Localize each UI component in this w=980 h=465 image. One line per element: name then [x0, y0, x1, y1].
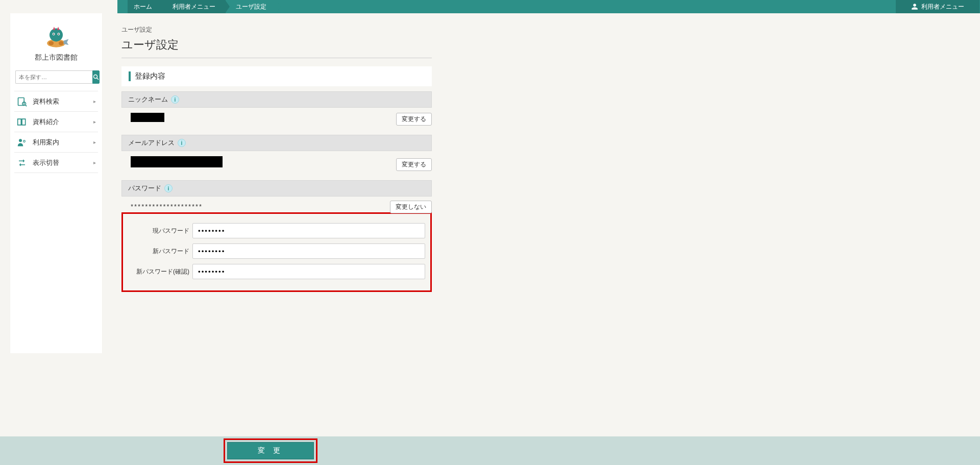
password-masked: ********************: [131, 203, 203, 210]
topbar: ホーム 利用者メニュー ユーザ設定 利用者メニュー: [0, 0, 980, 13]
chevron-right-icon: ▸: [93, 160, 96, 165]
confirm-password-row: 新パスワード(確認): [128, 264, 425, 279]
panel: 登録内容 ニックネーム i 変更する メールアドレス i: [121, 66, 432, 292]
section-password: パスワード i ******************** 変更しない 現パスワー…: [121, 180, 432, 292]
chevron-right-icon: ▸: [93, 119, 96, 125]
sidebar-item-label: 資料紹介: [33, 117, 59, 127]
svg-point-1: [48, 41, 54, 45]
layout: 郡上市図書館 資料検索 ▸ 資料紹介 ▸ 利用案内 ▸: [0, 13, 980, 353]
section-nickname-body: 変更する: [121, 108, 432, 130]
sidebar-item-display[interactable]: 表示切替 ▸: [14, 153, 98, 173]
sidebar: 郡上市図書館 資料検索 ▸ 資料紹介 ▸ 利用案内 ▸: [10, 13, 102, 353]
svg-point-2: [59, 41, 64, 45]
section-email: メールアドレス i 変更する: [121, 135, 432, 175]
email-change-button[interactable]: 変更する: [396, 158, 432, 171]
panel-head: 登録内容: [121, 66, 432, 86]
user-icon: [911, 3, 918, 10]
svg-point-3: [50, 28, 63, 41]
section-email-head: メールアドレス i: [121, 135, 432, 151]
sidebar-item-intro[interactable]: 資料紹介 ▸: [14, 112, 98, 132]
info-icon[interactable]: i: [178, 139, 186, 147]
search-icon: [93, 74, 99, 80]
page-title: ユーザ設定: [121, 37, 432, 58]
crumb-home[interactable]: ホーム: [128, 0, 162, 13]
topbar-user-menu[interactable]: 利用者メニュー: [895, 0, 980, 13]
svg-line-9: [97, 78, 99, 80]
mini-breadcrumb: ユーザ設定: [121, 26, 974, 34]
section-email-title: メールアドレス: [128, 138, 175, 148]
crumb-user-menu[interactable]: 利用者メニュー: [162, 0, 226, 13]
sidebar-item-search[interactable]: 資料検索 ▸: [14, 91, 98, 112]
svg-point-6: [53, 34, 54, 35]
section-password-title: パスワード: [128, 184, 161, 193]
breadcrumb: ホーム 利用者メニュー ユーザ設定: [117, 0, 895, 13]
sidebar-item-guide[interactable]: 利用案内 ▸: [14, 132, 98, 153]
crumb-home-label: ホーム: [134, 3, 152, 10]
current-password-input[interactable]: [192, 223, 425, 238]
section-email-body: 変更する: [121, 151, 432, 175]
password-masked-row: ******************** 変更しない: [121, 197, 432, 212]
confirm-password-input[interactable]: [192, 264, 425, 279]
svg-rect-10: [18, 97, 24, 105]
section-password-head: パスワード i: [121, 180, 432, 197]
crumb-user-settings[interactable]: ユーザ設定: [226, 0, 277, 13]
person-icon: [16, 137, 28, 148]
new-password-row: 新パスワード: [128, 243, 425, 259]
section-nickname: ニックネーム i 変更する: [121, 91, 432, 130]
info-icon[interactable]: i: [164, 184, 173, 192]
chevron-right-icon: ▸: [93, 99, 96, 104]
swap-icon: [16, 157, 28, 168]
svg-point-8: [94, 75, 97, 79]
section-nickname-head: ニックネーム i: [121, 91, 432, 108]
logo-wrap: [10, 13, 102, 53]
sidebar-item-label: 表示切替: [33, 158, 59, 167]
crumb-user-menu-label: 利用者メニュー: [173, 3, 215, 10]
svg-point-7: [58, 34, 59, 35]
main: ユーザ設定 ユーザ設定 登録内容 ニックネーム i 変更する メールア: [102, 13, 980, 353]
search-button[interactable]: [92, 70, 100, 84]
nickname-change-button[interactable]: 変更する: [396, 113, 432, 126]
search-input[interactable]: [15, 70, 92, 84]
chevron-right-icon: ▸: [93, 139, 96, 145]
document-search-icon: [16, 96, 28, 107]
current-password-label: 現パスワード: [128, 227, 192, 235]
site-title: 郡上市図書館: [10, 53, 102, 62]
svg-point-13: [19, 139, 22, 142]
side-nav: 資料検索 ▸ 資料紹介 ▸ 利用案内 ▸ 表示切替 ▸: [14, 91, 98, 173]
nickname-value-redacted: [131, 113, 164, 122]
logo-icon: [42, 22, 70, 49]
panel-title: 登録内容: [129, 71, 425, 81]
email-value-redacted: [131, 156, 223, 167]
svg-point-14: [23, 140, 26, 142]
topbar-spacer: [0, 0, 117, 13]
crumb-user-settings-label: ユーザ設定: [236, 3, 266, 10]
new-password-label: 新パスワード: [128, 247, 192, 256]
confirm-password-label: 新パスワード(確認): [128, 267, 192, 276]
search-wrap: [15, 70, 97, 84]
info-icon[interactable]: i: [171, 95, 179, 104]
topbar-user-menu-label: 利用者メニュー: [921, 3, 964, 11]
new-password-input[interactable]: [192, 243, 425, 259]
password-not-change-button[interactable]: 変更しない: [390, 201, 432, 213]
password-edit-highlight: 現パスワード 新パスワード 新パスワード(確認): [121, 212, 432, 292]
svg-line-12: [26, 105, 27, 106]
section-nickname-title: ニックネーム: [128, 95, 168, 104]
book-open-icon: [16, 116, 28, 128]
sidebar-item-label: 資料検索: [33, 97, 59, 106]
sidebar-item-label: 利用案内: [33, 138, 59, 147]
current-password-row: 現パスワード: [128, 223, 425, 238]
